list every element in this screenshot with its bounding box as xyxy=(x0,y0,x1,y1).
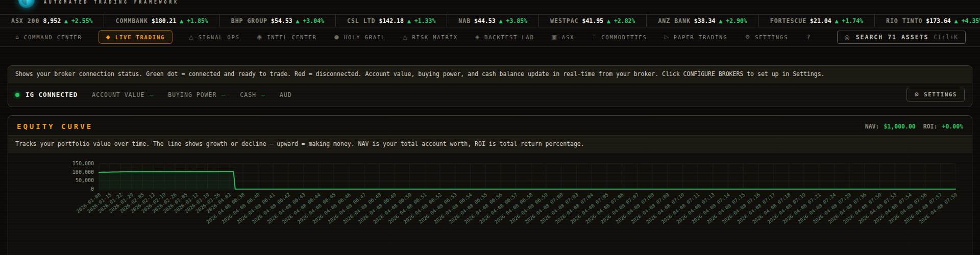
ticker-symbol: WESTPAC xyxy=(550,17,578,24)
settings-gear-icon: ⚙ xyxy=(745,34,751,40)
field-value: — xyxy=(150,91,154,98)
ticker-price: $180.21 xyxy=(152,17,176,24)
ticker-item[interactable]: COMMBANK $180.21 ▲ +1.85% xyxy=(104,15,219,27)
ticker-item[interactable]: WESTPAC $41.95 ▲ +2.82% xyxy=(539,15,647,27)
broker-settings-label: SETTINGS xyxy=(924,91,957,98)
intel-center-target-icon: ◉ xyxy=(257,34,263,40)
roi-label: ROI: xyxy=(923,123,938,130)
ticker-item[interactable]: ANZ BANK $38.34 ▲ +2.90% xyxy=(647,15,758,27)
ticker-change: ▲ +1.85% xyxy=(180,17,208,24)
nav-tab-label: COMMAND CENTER xyxy=(24,34,82,40)
nav-tab-label: ASX xyxy=(562,34,574,40)
holy-grail-circle-icon: ● xyxy=(334,34,340,40)
nav-tab-backtest-lab[interactable]: ◈ BACKTEST LAB xyxy=(474,31,535,43)
brand-logo xyxy=(18,0,35,8)
search-label: SEARCH 71 ASSETS xyxy=(856,34,929,41)
ticker-symbol: FORTESCUE xyxy=(770,17,806,24)
live-trading-diamond-icon: ◆ xyxy=(106,34,111,40)
broker-field-buying-power: BUYING POWER— xyxy=(168,91,226,98)
broker-field-cash: CASH— xyxy=(240,91,265,98)
broker-help-text: Shows your broker connection status. Gre… xyxy=(8,66,972,83)
nav-tab-command-center[interactable]: ⌂ COMMAND CENTER xyxy=(14,31,83,43)
nav-tab-settings[interactable]: ⚙ SETTINGS xyxy=(744,31,789,43)
commodities-lines-icon: ≡ xyxy=(592,34,597,40)
ticker-item[interactable]: BHP GROUP $54.53 ▲ +3.04% xyxy=(220,15,336,27)
ticker-price: $173.64 xyxy=(926,17,950,24)
ticker-symbol: BHP GROUP xyxy=(231,17,267,24)
y-axis-tick-label: 50,000 xyxy=(76,177,94,183)
ticker-item[interactable]: RIO TINTO $173.64 ▲ +4.35% xyxy=(875,15,980,27)
equity-metrics: NAV: $1,000.00 ROI: +0.00% xyxy=(865,123,963,130)
search-icon: ◎ xyxy=(845,34,851,41)
currency-label: AUD xyxy=(280,91,292,98)
ticker-price: $38.34 xyxy=(694,17,716,24)
field-label: CASH xyxy=(240,91,256,98)
ticker-symbol: CSL LTD xyxy=(347,17,375,24)
ticker-change: ▲ +3.85% xyxy=(499,17,527,24)
nav-tab-label: RISK MATRIX xyxy=(412,34,457,40)
ticker-item[interactable]: ASX 200 8,952 ▲ +2.55% xyxy=(0,15,104,27)
field-label: BUYING POWER xyxy=(168,91,216,98)
backtest-lab-diamond-icon: ◈ xyxy=(475,34,480,40)
nav-tab-intel-center[interactable]: ◉ INTEL CENTER xyxy=(256,31,318,43)
ticker-symbol: RIO TINTO xyxy=(886,17,922,24)
broker-field-account-value: ACCOUNT VALUE— xyxy=(92,91,154,98)
nav-tab-label: COMMODITIES xyxy=(601,34,647,40)
nav-tab-risk-matrix[interactable]: △ RISK MATRIX xyxy=(402,31,459,43)
ticker-price: $41.95 xyxy=(582,17,604,24)
ticker-change: ▲ +2.55% xyxy=(64,17,92,24)
help-icon[interactable]: ? xyxy=(806,34,811,41)
y-axis-tick-label: 100,000 xyxy=(72,169,94,175)
ticker-symbol: ASX 200 xyxy=(11,17,39,24)
command-center-icon: ⌂ xyxy=(15,34,20,40)
equity-curve-title: EQUITY CURVE xyxy=(17,122,93,131)
field-value: — xyxy=(261,91,265,98)
ticker-price: $21.04 xyxy=(810,17,831,24)
brand-row: AUTOMATED TRADING FRAMEWORK xyxy=(0,0,980,14)
nav-tab-asx[interactable]: ▣ ASX xyxy=(551,31,576,43)
nav-tab-live-trading[interactable]: ◆ LIVE TRADING xyxy=(99,30,173,44)
nav-tab-label: HOLY GRAIL xyxy=(344,34,385,40)
nav-label: NAV: xyxy=(865,123,879,130)
nav-tab-paper-trading[interactable]: ▷ PAPER TRADING xyxy=(664,31,729,43)
ticker-change: ▲ +2.82% xyxy=(607,17,635,24)
nav-tab-label: SETTINGS xyxy=(755,34,788,40)
broker-status-panel: Shows your broker connection status. Gre… xyxy=(8,65,972,107)
equity-chart-wrap: 050,000100,000150,0002026-01-082026-01-1… xyxy=(8,152,972,255)
broker-fields: ACCOUNT VALUE—BUYING POWER—CASH— xyxy=(92,91,265,98)
asset-search-button[interactable]: ◎ SEARCH 71 ASSETS Ctrl+K xyxy=(837,31,966,44)
broker-settings-button[interactable]: ⚙ SETTINGS xyxy=(906,88,965,101)
roi-value: +0.00% xyxy=(942,123,963,130)
paper-trading-play-icon: ▷ xyxy=(665,34,670,40)
equity-help-text: Tracks your portfolio value over time. T… xyxy=(8,135,972,152)
ticker-item[interactable]: CSL LTD $142.18 ▲ +1.33% xyxy=(336,15,447,27)
ticker-price: $44.53 xyxy=(474,17,496,24)
ticker-price: $142.18 xyxy=(379,17,403,24)
trading-app: AUTOMATED TRADING FRAMEWORK ASX 200 8,95… xyxy=(0,0,980,255)
ticker-change: ▲ +1.33% xyxy=(407,17,435,24)
broker-connection-label: IG CONNECTED xyxy=(26,91,78,98)
equity-curve-panel: EQUITY CURVE NAV: $1,000.00 ROI: +0.00% … xyxy=(8,115,972,255)
ticker-change: ▲ +4.35% xyxy=(954,17,980,24)
nav-tab-label: PAPER TRADING xyxy=(674,34,728,40)
nav-tab-signal-ops[interactable]: △ SIGNAL OPS xyxy=(188,31,240,43)
settings-gear-icon: ⚙ xyxy=(914,91,920,98)
market-ticker: ASX 200 8,952 ▲ +2.55%COMMBANK $180.21 ▲… xyxy=(0,14,980,28)
ticker-symbol: COMMBANK xyxy=(115,17,148,24)
equity-chart: 050,000100,000150,0002026-01-082026-01-1… xyxy=(12,155,968,255)
nav-tab-label: LIVE TRADING xyxy=(115,34,165,40)
y-axis-tick-label: 150,000 xyxy=(72,161,94,166)
nav-tab-commodities[interactable]: ≡ COMMODITIES xyxy=(591,31,648,43)
connection-status-dot xyxy=(15,93,19,97)
field-value: — xyxy=(222,91,226,98)
ticker-price: $54.53 xyxy=(271,17,292,24)
risk-matrix-warning-icon: △ xyxy=(403,34,408,40)
ticker-change: ▲ +1.74% xyxy=(835,17,863,24)
ticker-item[interactable]: FORTESCUE $21.04 ▲ +1.74% xyxy=(759,15,875,27)
ticker-change: ▲ +3.04% xyxy=(296,17,324,24)
nav-tab-holy-grail[interactable]: ● HOLY GRAIL xyxy=(333,31,387,43)
asx-square-icon: ▣ xyxy=(552,34,558,40)
brand-title: AUTOMATED TRADING FRAMEWORK xyxy=(44,0,179,5)
nav-tab-label: SIGNAL OPS xyxy=(199,34,240,40)
ticker-item[interactable]: NAB $44.53 ▲ +3.85% xyxy=(447,15,539,27)
